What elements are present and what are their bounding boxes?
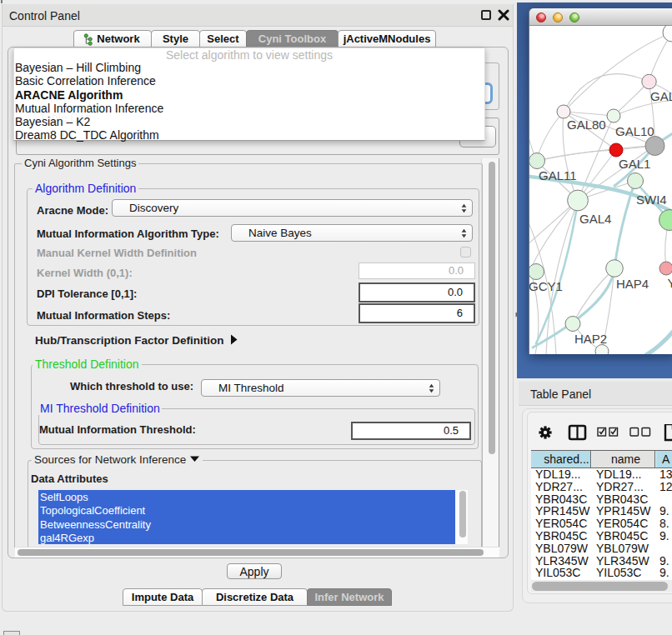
svg-text:GAL80: GAL80 xyxy=(567,118,606,132)
svg-text:GAL11: GAL11 xyxy=(539,168,577,182)
svg-text:SWI4: SWI4 xyxy=(636,192,667,207)
svg-text:GAL1: GAL1 xyxy=(619,157,650,171)
svg-text:GAL4: GAL4 xyxy=(579,212,611,226)
svg-text:GAL10: GAL10 xyxy=(615,124,654,138)
svg-text:Y: Y xyxy=(668,276,672,290)
svg-text:HAP2: HAP2 xyxy=(574,332,607,346)
svg-text:HAP4: HAP4 xyxy=(616,277,649,291)
svg-text:GAL: GAL xyxy=(650,89,672,103)
svg-text:GCY1: GCY1 xyxy=(529,279,563,293)
